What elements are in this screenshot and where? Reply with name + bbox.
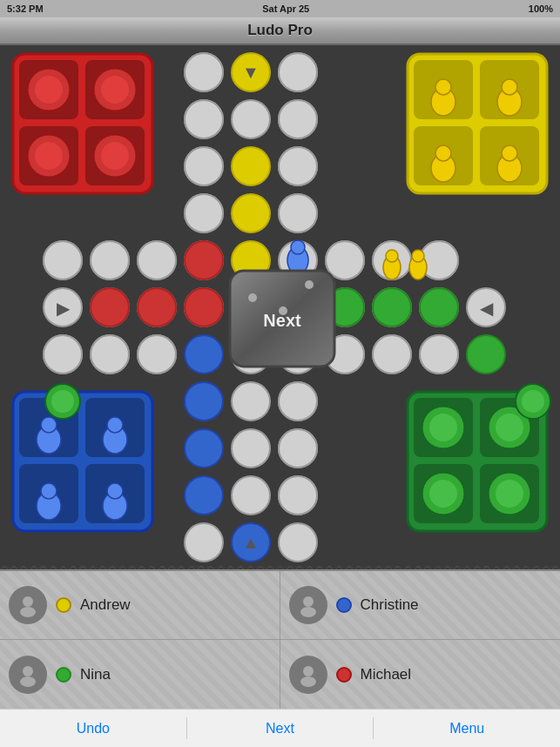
svg-point-159: [303, 596, 314, 607]
svg-point-151: [522, 390, 544, 413]
status-time: 5:32 PM: [7, 3, 44, 14]
svg-point-29: [185, 335, 223, 374]
svg-point-153: [248, 293, 257, 302]
next-button[interactable]: Next: [187, 710, 374, 747]
status-battery: 100%: [529, 3, 553, 14]
svg-point-108: [496, 414, 523, 441]
svg-point-119: [44, 241, 82, 279]
svg-text:▼: ▼: [242, 63, 260, 82]
svg-point-132: [279, 382, 317, 421]
svg-point-143: [291, 240, 305, 254]
token-christine: [336, 597, 352, 613]
app-title: Ludo Pro: [247, 22, 313, 39]
player-card-michael: Michael: [280, 640, 561, 709]
svg-point-58: [185, 53, 223, 91]
svg-point-110: [429, 480, 457, 508]
svg-point-57: [467, 335, 505, 374]
svg-point-125: [326, 241, 364, 279]
score-section: Andrew Christine Nina: [0, 569, 560, 709]
token-andrew: [56, 597, 71, 613]
svg-point-116: [279, 100, 317, 138]
svg-point-130: [420, 335, 458, 374]
svg-point-44: [279, 523, 317, 562]
svg-text:◀: ◀: [480, 299, 494, 318]
svg-point-97: [41, 483, 57, 499]
svg-point-124: [138, 335, 176, 374]
avatar-nina: [9, 656, 47, 694]
svg-point-162: [20, 676, 36, 687]
svg-point-71: [35, 142, 63, 170]
svg-point-155: [305, 280, 314, 289]
svg-point-117: [279, 147, 317, 185]
svg-point-95: [107, 417, 123, 433]
svg-point-120: [91, 241, 129, 279]
svg-point-118: [279, 194, 317, 232]
svg-point-145: [386, 250, 398, 262]
svg-point-139: [373, 288, 411, 326]
svg-point-73: [101, 142, 129, 170]
svg-point-112: [496, 480, 523, 508]
player-card-nina: Nina: [0, 640, 280, 709]
svg-point-113: [185, 100, 223, 138]
svg-point-123: [91, 335, 129, 374]
svg-point-82: [502, 79, 517, 95]
svg-point-38: [185, 476, 223, 515]
svg-point-106: [429, 414, 457, 441]
svg-point-131: [185, 382, 223, 421]
person-icon-nina: [16, 663, 40, 687]
svg-point-6: [232, 100, 270, 138]
svg-point-133: [279, 429, 317, 468]
person-icon-andrew: [16, 593, 40, 617]
svg-point-157: [23, 596, 33, 607]
svg-point-129: [373, 335, 411, 374]
menu-button[interactable]: Menu: [374, 710, 560, 747]
svg-point-147: [412, 250, 424, 262]
name-michael: Michael: [361, 666, 412, 683]
status-day: Sat Apr 25: [262, 3, 309, 14]
svg-point-36: [232, 429, 270, 468]
svg-point-86: [502, 145, 517, 161]
svg-point-140: [420, 288, 458, 326]
svg-point-141: [185, 241, 223, 279]
game-board: ▼ ▶: [0, 45, 560, 602]
token-michael: [336, 667, 352, 683]
toolbar: Undo Next Menu: [0, 709, 560, 747]
svg-point-93: [41, 417, 57, 433]
player-card-christine: Christine: [280, 571, 561, 640]
svg-point-114: [185, 147, 223, 185]
board-svg: ▼ ▶: [0, 45, 560, 566]
token-nina: [56, 667, 71, 683]
svg-point-69: [101, 76, 129, 104]
svg-point-39: [232, 476, 270, 515]
svg-point-135: [91, 288, 129, 326]
name-nina: Nina: [80, 666, 111, 683]
svg-point-136: [138, 288, 176, 326]
svg-point-134: [279, 476, 317, 515]
svg-point-137: [185, 288, 223, 326]
svg-text:Next: Next: [263, 311, 301, 330]
name-andrew: Andrew: [80, 596, 131, 614]
avatar-andrew: [9, 586, 47, 624]
person-icon-christine: [296, 593, 320, 617]
undo-button[interactable]: Undo: [0, 710, 186, 747]
svg-point-160: [300, 607, 316, 617]
svg-point-121: [138, 241, 176, 279]
player-card-andrew: Andrew: [0, 571, 280, 640]
avatar-christine: [289, 586, 327, 624]
players-grid: Andrew Christine Nina: [0, 569, 560, 709]
name-christine: Christine: [361, 596, 419, 614]
svg-point-33: [232, 382, 270, 421]
svg-point-67: [35, 76, 63, 104]
svg-point-158: [20, 607, 36, 617]
svg-point-164: [300, 676, 316, 687]
svg-text:▶: ▶: [57, 299, 71, 318]
svg-point-12: [232, 194, 270, 232]
svg-point-163: [303, 666, 314, 676]
person-icon-michael: [296, 663, 320, 687]
status-bar: 5:32 PM Sat Apr 25 100%: [0, 0, 560, 17]
svg-point-149: [51, 390, 74, 413]
svg-point-59: [279, 53, 317, 91]
svg-point-161: [23, 666, 33, 676]
svg-point-41: [185, 523, 223, 562]
svg-point-80: [435, 79, 451, 95]
